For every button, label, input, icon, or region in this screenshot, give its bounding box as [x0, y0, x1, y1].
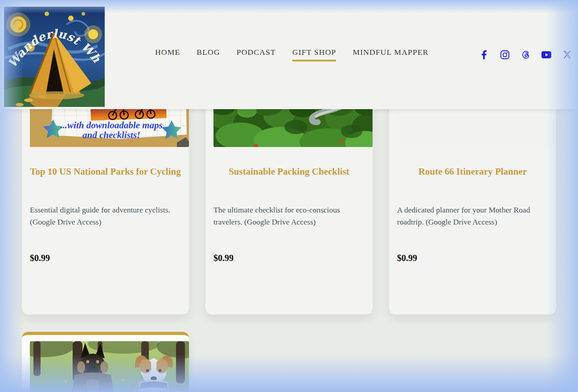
- shop-content: ...with downloadable maps and checklists…: [0, 109, 578, 392]
- main-nav: HOME BLOG PODCAST GIFT SHOP MINDFUL MAPP…: [155, 48, 429, 61]
- collage-text-line1: ...with downloadable maps: [60, 120, 162, 131]
- product-title: Sustainable Packing Checklist: [213, 166, 365, 200]
- product-description: A dedicated planner for your Mother Road…: [397, 200, 548, 249]
- product-price: $0.99: [30, 253, 181, 263]
- threads-icon[interactable]: [521, 50, 530, 59]
- product-title: Top 10 US National Parks for Cycling: [30, 166, 181, 200]
- site-header: Wanderlust Whispers HOME BLOG PODCAST GI…: [0, 0, 578, 109]
- product-card-route-66[interactable]: Route 66 Itinerary Planner A dedicated p…: [389, 109, 556, 314]
- product-price: $0.99: [213, 253, 365, 263]
- product-row-1: ...with downloadable maps and checklists…: [22, 109, 556, 314]
- product-price: $0.99: [397, 253, 548, 263]
- product-image-two-dogs: [30, 341, 189, 392]
- product-description: Essential digital guide for adventure cy…: [30, 200, 181, 249]
- product-title: Route 66 Itinerary Planner: [397, 166, 548, 200]
- product-card-cycling[interactable]: ...with downloadable maps and checklists…: [22, 109, 189, 314]
- product-description: The ultimate checklist for eco-conscious…: [213, 200, 365, 249]
- x-twitter-icon[interactable]: [563, 50, 572, 59]
- nav-item-home[interactable]: HOME: [155, 48, 180, 61]
- youtube-icon[interactable]: [541, 51, 551, 58]
- site-logo[interactable]: Wanderlust Whispers: [4, 7, 105, 107]
- product-image-cycling-collage: ...with downloadable maps and checklists…: [30, 109, 189, 147]
- nav-item-podcast[interactable]: PODCAST: [237, 48, 276, 61]
- product-card-packing-checklist[interactable]: Sustainable Packing Checklist The ultima…: [205, 109, 373, 314]
- facebook-icon[interactable]: [480, 50, 489, 59]
- product-row-2: [22, 332, 556, 392]
- social-links: [480, 50, 572, 59]
- nav-item-mindful-mapper[interactable]: MINDFUL MAPPER: [353, 48, 428, 61]
- product-card-dogs[interactable]: [22, 332, 189, 392]
- product-image-forest-canopy: [213, 109, 373, 147]
- collage-text-line2: and checklists!: [82, 130, 140, 140]
- nav-item-blog[interactable]: BLOG: [197, 48, 220, 61]
- nav-item-gift-shop[interactable]: GIFT SHOP: [292, 48, 336, 61]
- instagram-icon[interactable]: [500, 50, 509, 59]
- product-image-placeholder: [397, 109, 556, 147]
